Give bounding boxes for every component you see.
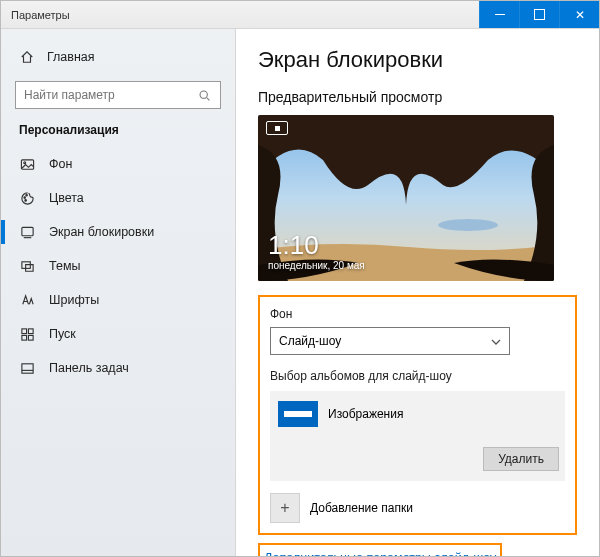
preview-overlay: 1:10 понедельник, 20 мая xyxy=(268,232,365,271)
album-thumb-icon xyxy=(278,401,318,427)
svg-point-5 xyxy=(24,199,26,201)
start-icon xyxy=(19,326,35,342)
svg-point-14 xyxy=(438,219,498,231)
sidebar-item-start[interactable]: Пуск xyxy=(1,317,235,351)
sidebar-item-themes[interactable]: Темы xyxy=(1,249,235,283)
sidebar-item-label: Пуск xyxy=(49,327,76,341)
highlighted-background-section: Фон Слайд-шоу Выбор альбомов для слайд-ш… xyxy=(258,295,577,535)
album-name: Изображения xyxy=(328,407,403,421)
preview-time: 1:10 xyxy=(268,232,365,258)
lockscreen-preview: 1:10 понедельник, 20 мая xyxy=(258,115,554,281)
search-input[interactable] xyxy=(24,88,196,102)
home-icon xyxy=(19,49,35,65)
add-folder-row[interactable]: + Добавление папки xyxy=(270,487,565,523)
delete-button[interactable]: Удалить xyxy=(483,447,559,471)
preview-status-icon xyxy=(266,121,288,135)
picture-icon xyxy=(19,156,35,172)
sidebar-section-title: Персонализация xyxy=(1,123,235,147)
albums-label: Выбор альбомов для слайд-шоу xyxy=(270,369,565,383)
more-slideshow-settings-link[interactable]: Дополнительные параметры слайд-шоу xyxy=(264,551,496,556)
svg-point-4 xyxy=(25,194,27,196)
page-title: Экран блокировки xyxy=(258,47,577,73)
sidebar-item-label: Экран блокировки xyxy=(49,225,154,239)
sidebar-item-background[interactable]: Фон xyxy=(1,147,235,181)
window-title: Параметры xyxy=(11,9,479,21)
svg-rect-12 xyxy=(21,363,32,372)
home-link[interactable]: Главная xyxy=(1,43,235,71)
window-body: Главная Персонализация Фон Цвета Экран б… xyxy=(1,29,599,556)
sidebar-item-label: Цвета xyxy=(49,191,84,205)
close-button[interactable]: ✕ xyxy=(559,1,599,28)
svg-point-0 xyxy=(200,91,207,98)
titlebar: Параметры ✕ xyxy=(1,1,599,29)
lockscreen-icon xyxy=(19,224,35,240)
svg-point-2 xyxy=(23,161,25,163)
window-buttons: ✕ xyxy=(479,1,599,28)
svg-rect-6 xyxy=(21,227,32,235)
palette-icon xyxy=(19,190,35,206)
sidebar: Главная Персонализация Фон Цвета Экран б… xyxy=(1,29,236,556)
svg-rect-9 xyxy=(28,328,33,333)
background-select-value: Слайд-шоу xyxy=(279,334,341,348)
sidebar-item-lockscreen[interactable]: Экран блокировки xyxy=(1,215,235,249)
chevron-down-icon xyxy=(491,336,501,346)
sidebar-item-label: Темы xyxy=(49,259,80,273)
highlighted-link: Дополнительные параметры слайд-шоу xyxy=(258,543,502,556)
svg-rect-11 xyxy=(28,335,33,340)
sidebar-item-label: Шрифты xyxy=(49,293,99,307)
fonts-icon xyxy=(19,292,35,308)
sidebar-item-fonts[interactable]: Шрифты xyxy=(1,283,235,317)
sidebar-item-taskbar[interactable]: Панель задач xyxy=(1,351,235,385)
preview-date: понедельник, 20 мая xyxy=(268,260,365,271)
themes-icon xyxy=(19,258,35,274)
background-select[interactable]: Слайд-шоу xyxy=(270,327,510,355)
svg-rect-8 xyxy=(21,328,26,333)
album-item[interactable]: Изображения xyxy=(276,397,559,431)
sidebar-item-colors[interactable]: Цвета xyxy=(1,181,235,215)
plus-icon: + xyxy=(270,493,300,523)
svg-point-3 xyxy=(23,196,25,198)
sidebar-item-label: Фон xyxy=(49,157,72,171)
minimize-button[interactable] xyxy=(479,1,519,28)
sidebar-item-label: Панель задач xyxy=(49,361,129,375)
maximize-button[interactable] xyxy=(519,1,559,28)
svg-rect-10 xyxy=(21,335,26,340)
albums-box: Изображения Удалить xyxy=(270,391,565,481)
home-label: Главная xyxy=(47,50,95,64)
search-icon xyxy=(196,87,212,103)
taskbar-icon xyxy=(19,360,35,376)
add-folder-label: Добавление папки xyxy=(310,501,413,515)
preview-heading: Предварительный просмотр xyxy=(258,89,577,105)
settings-window: Параметры ✕ Главная Персонализация xyxy=(0,0,600,557)
search-box[interactable] xyxy=(15,81,221,109)
album-actions: Удалить xyxy=(276,431,559,475)
background-label: Фон xyxy=(270,307,565,321)
main-content: Экран блокировки Предварительный просмот… xyxy=(236,29,599,556)
